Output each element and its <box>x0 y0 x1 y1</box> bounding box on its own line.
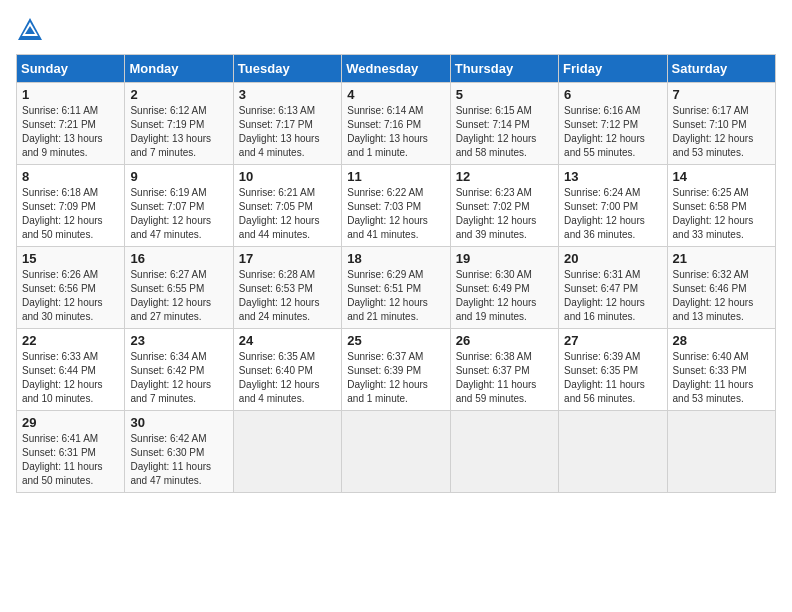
day-number: 1 <box>22 87 119 102</box>
calendar-cell: 25Sunrise: 6:37 AM Sunset: 6:39 PM Dayli… <box>342 329 450 411</box>
day-number: 8 <box>22 169 119 184</box>
calendar-cell: 21Sunrise: 6:32 AM Sunset: 6:46 PM Dayli… <box>667 247 775 329</box>
calendar-cell: 30Sunrise: 6:42 AM Sunset: 6:30 PM Dayli… <box>125 411 233 493</box>
calendar-cell: 4Sunrise: 6:14 AM Sunset: 7:16 PM Daylig… <box>342 83 450 165</box>
column-header-friday: Friday <box>559 55 667 83</box>
day-info: Sunrise: 6:12 AM Sunset: 7:19 PM Dayligh… <box>130 104 227 160</box>
day-number: 13 <box>564 169 661 184</box>
calendar-week-3: 15Sunrise: 6:26 AM Sunset: 6:56 PM Dayli… <box>17 247 776 329</box>
day-number: 14 <box>673 169 770 184</box>
day-info: Sunrise: 6:21 AM Sunset: 7:05 PM Dayligh… <box>239 186 336 242</box>
day-info: Sunrise: 6:34 AM Sunset: 6:42 PM Dayligh… <box>130 350 227 406</box>
calendar-cell: 19Sunrise: 6:30 AM Sunset: 6:49 PM Dayli… <box>450 247 558 329</box>
day-info: Sunrise: 6:17 AM Sunset: 7:10 PM Dayligh… <box>673 104 770 160</box>
calendar-cell: 9Sunrise: 6:19 AM Sunset: 7:07 PM Daylig… <box>125 165 233 247</box>
day-number: 24 <box>239 333 336 348</box>
day-info: Sunrise: 6:32 AM Sunset: 6:46 PM Dayligh… <box>673 268 770 324</box>
day-info: Sunrise: 6:11 AM Sunset: 7:21 PM Dayligh… <box>22 104 119 160</box>
day-number: 21 <box>673 251 770 266</box>
calendar-cell: 20Sunrise: 6:31 AM Sunset: 6:47 PM Dayli… <box>559 247 667 329</box>
day-number: 2 <box>130 87 227 102</box>
day-number: 17 <box>239 251 336 266</box>
day-number: 20 <box>564 251 661 266</box>
day-number: 23 <box>130 333 227 348</box>
day-info: Sunrise: 6:29 AM Sunset: 6:51 PM Dayligh… <box>347 268 444 324</box>
day-number: 29 <box>22 415 119 430</box>
calendar-cell: 2Sunrise: 6:12 AM Sunset: 7:19 PM Daylig… <box>125 83 233 165</box>
day-number: 26 <box>456 333 553 348</box>
logo-icon <box>16 16 44 44</box>
day-number: 9 <box>130 169 227 184</box>
day-number: 10 <box>239 169 336 184</box>
day-number: 16 <box>130 251 227 266</box>
calendar-cell: 6Sunrise: 6:16 AM Sunset: 7:12 PM Daylig… <box>559 83 667 165</box>
logo <box>16 16 48 44</box>
calendar-cell: 27Sunrise: 6:39 AM Sunset: 6:35 PM Dayli… <box>559 329 667 411</box>
page-header <box>16 16 776 44</box>
calendar-table: SundayMondayTuesdayWednesdayThursdayFrid… <box>16 54 776 493</box>
calendar-cell: 7Sunrise: 6:17 AM Sunset: 7:10 PM Daylig… <box>667 83 775 165</box>
column-header-monday: Monday <box>125 55 233 83</box>
calendar-week-4: 22Sunrise: 6:33 AM Sunset: 6:44 PM Dayli… <box>17 329 776 411</box>
calendar-cell: 5Sunrise: 6:15 AM Sunset: 7:14 PM Daylig… <box>450 83 558 165</box>
day-info: Sunrise: 6:26 AM Sunset: 6:56 PM Dayligh… <box>22 268 119 324</box>
calendar-cell: 8Sunrise: 6:18 AM Sunset: 7:09 PM Daylig… <box>17 165 125 247</box>
calendar-cell: 22Sunrise: 6:33 AM Sunset: 6:44 PM Dayli… <box>17 329 125 411</box>
day-number: 25 <box>347 333 444 348</box>
day-number: 11 <box>347 169 444 184</box>
day-info: Sunrise: 6:24 AM Sunset: 7:00 PM Dayligh… <box>564 186 661 242</box>
day-info: Sunrise: 6:40 AM Sunset: 6:33 PM Dayligh… <box>673 350 770 406</box>
day-info: Sunrise: 6:39 AM Sunset: 6:35 PM Dayligh… <box>564 350 661 406</box>
calendar-cell: 11Sunrise: 6:22 AM Sunset: 7:03 PM Dayli… <box>342 165 450 247</box>
day-number: 18 <box>347 251 444 266</box>
calendar-cell: 23Sunrise: 6:34 AM Sunset: 6:42 PM Dayli… <box>125 329 233 411</box>
column-header-sunday: Sunday <box>17 55 125 83</box>
calendar-header-row: SundayMondayTuesdayWednesdayThursdayFrid… <box>17 55 776 83</box>
day-number: 12 <box>456 169 553 184</box>
calendar-cell <box>667 411 775 493</box>
column-header-saturday: Saturday <box>667 55 775 83</box>
day-number: 27 <box>564 333 661 348</box>
day-info: Sunrise: 6:25 AM Sunset: 6:58 PM Dayligh… <box>673 186 770 242</box>
day-info: Sunrise: 6:23 AM Sunset: 7:02 PM Dayligh… <box>456 186 553 242</box>
day-info: Sunrise: 6:27 AM Sunset: 6:55 PM Dayligh… <box>130 268 227 324</box>
day-number: 6 <box>564 87 661 102</box>
calendar-cell: 16Sunrise: 6:27 AM Sunset: 6:55 PM Dayli… <box>125 247 233 329</box>
day-info: Sunrise: 6:35 AM Sunset: 6:40 PM Dayligh… <box>239 350 336 406</box>
calendar-cell: 1Sunrise: 6:11 AM Sunset: 7:21 PM Daylig… <box>17 83 125 165</box>
column-header-tuesday: Tuesday <box>233 55 341 83</box>
calendar-cell <box>342 411 450 493</box>
day-info: Sunrise: 6:13 AM Sunset: 7:17 PM Dayligh… <box>239 104 336 160</box>
calendar-cell: 24Sunrise: 6:35 AM Sunset: 6:40 PM Dayli… <box>233 329 341 411</box>
column-header-thursday: Thursday <box>450 55 558 83</box>
calendar-week-5: 29Sunrise: 6:41 AM Sunset: 6:31 PM Dayli… <box>17 411 776 493</box>
calendar-cell <box>233 411 341 493</box>
calendar-week-2: 8Sunrise: 6:18 AM Sunset: 7:09 PM Daylig… <box>17 165 776 247</box>
calendar-cell: 29Sunrise: 6:41 AM Sunset: 6:31 PM Dayli… <box>17 411 125 493</box>
calendar-cell: 10Sunrise: 6:21 AM Sunset: 7:05 PM Dayli… <box>233 165 341 247</box>
calendar-cell: 17Sunrise: 6:28 AM Sunset: 6:53 PM Dayli… <box>233 247 341 329</box>
calendar-cell: 3Sunrise: 6:13 AM Sunset: 7:17 PM Daylig… <box>233 83 341 165</box>
calendar-cell: 12Sunrise: 6:23 AM Sunset: 7:02 PM Dayli… <box>450 165 558 247</box>
calendar-cell: 28Sunrise: 6:40 AM Sunset: 6:33 PM Dayli… <box>667 329 775 411</box>
day-number: 15 <box>22 251 119 266</box>
calendar-cell: 13Sunrise: 6:24 AM Sunset: 7:00 PM Dayli… <box>559 165 667 247</box>
calendar-cell: 15Sunrise: 6:26 AM Sunset: 6:56 PM Dayli… <box>17 247 125 329</box>
day-info: Sunrise: 6:33 AM Sunset: 6:44 PM Dayligh… <box>22 350 119 406</box>
day-number: 22 <box>22 333 119 348</box>
day-number: 7 <box>673 87 770 102</box>
day-info: Sunrise: 6:42 AM Sunset: 6:30 PM Dayligh… <box>130 432 227 488</box>
day-info: Sunrise: 6:14 AM Sunset: 7:16 PM Dayligh… <box>347 104 444 160</box>
day-info: Sunrise: 6:19 AM Sunset: 7:07 PM Dayligh… <box>130 186 227 242</box>
day-info: Sunrise: 6:15 AM Sunset: 7:14 PM Dayligh… <box>456 104 553 160</box>
day-number: 3 <box>239 87 336 102</box>
calendar-cell: 14Sunrise: 6:25 AM Sunset: 6:58 PM Dayli… <box>667 165 775 247</box>
day-info: Sunrise: 6:28 AM Sunset: 6:53 PM Dayligh… <box>239 268 336 324</box>
calendar-cell: 18Sunrise: 6:29 AM Sunset: 6:51 PM Dayli… <box>342 247 450 329</box>
day-info: Sunrise: 6:22 AM Sunset: 7:03 PM Dayligh… <box>347 186 444 242</box>
day-info: Sunrise: 6:18 AM Sunset: 7:09 PM Dayligh… <box>22 186 119 242</box>
day-info: Sunrise: 6:16 AM Sunset: 7:12 PM Dayligh… <box>564 104 661 160</box>
column-header-wednesday: Wednesday <box>342 55 450 83</box>
day-number: 30 <box>130 415 227 430</box>
calendar-cell <box>559 411 667 493</box>
